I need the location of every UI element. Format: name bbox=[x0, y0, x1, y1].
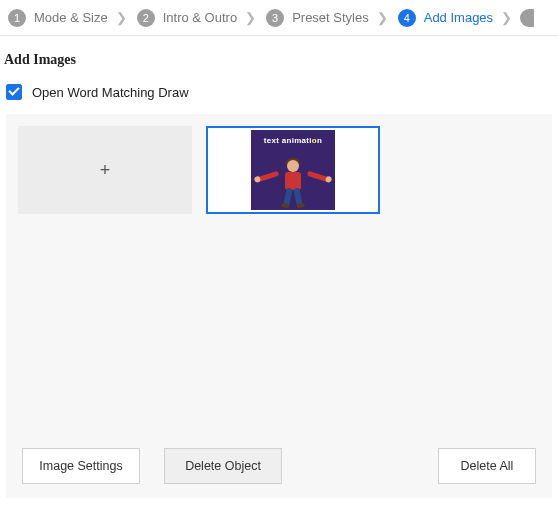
chevron-right-icon: ❯ bbox=[241, 10, 260, 25]
step-next-partial bbox=[520, 9, 534, 27]
step-label: Intro & Outro bbox=[163, 10, 237, 25]
checkbox-icon[interactable] bbox=[6, 84, 22, 100]
thumbnail-row: + text animation bbox=[18, 126, 540, 214]
image-settings-button[interactable]: Image Settings bbox=[22, 448, 140, 484]
wizard-steps: 1 Mode & Size ❯ 2 Intro & Outro ❯ 3 Pres… bbox=[0, 0, 558, 36]
open-word-matching-row[interactable]: Open Word Matching Draw bbox=[0, 76, 558, 114]
step-number-3: 3 bbox=[266, 9, 284, 27]
image-thumbnail-1[interactable]: text animation bbox=[206, 126, 380, 214]
chevron-right-icon: ❯ bbox=[497, 10, 516, 25]
plus-icon: + bbox=[100, 160, 111, 181]
thumbnail-caption: text animation bbox=[251, 130, 335, 145]
step-preset-styles[interactable]: 3 Preset Styles bbox=[260, 9, 373, 27]
delete-all-button[interactable]: Delete All bbox=[438, 448, 536, 484]
step-intro-outro[interactable]: 2 Intro & Outro bbox=[131, 9, 241, 27]
checkbox-label: Open Word Matching Draw bbox=[32, 85, 189, 100]
step-label: Add Images bbox=[424, 10, 493, 25]
thumbnail-preview: text animation bbox=[251, 130, 335, 210]
delete-object-button[interactable]: Delete Object bbox=[164, 448, 282, 484]
step-number-1: 1 bbox=[8, 9, 26, 27]
images-canvas: + text animation Image Settings bbox=[6, 114, 552, 498]
step-add-images[interactable]: 4 Add Images bbox=[392, 9, 497, 27]
step-number-2: 2 bbox=[137, 9, 155, 27]
step-label: Preset Styles bbox=[292, 10, 369, 25]
character-icon bbox=[265, 158, 321, 208]
step-label: Mode & Size bbox=[34, 10, 108, 25]
chevron-right-icon: ❯ bbox=[373, 10, 392, 25]
chevron-right-icon: ❯ bbox=[112, 10, 131, 25]
add-image-tile[interactable]: + bbox=[18, 126, 192, 214]
action-buttons: Image Settings Delete Object Delete All bbox=[22, 448, 536, 484]
section-title: Add Images bbox=[0, 36, 558, 76]
step-mode-size[interactable]: 1 Mode & Size bbox=[2, 9, 112, 27]
step-number-4: 4 bbox=[398, 9, 416, 27]
